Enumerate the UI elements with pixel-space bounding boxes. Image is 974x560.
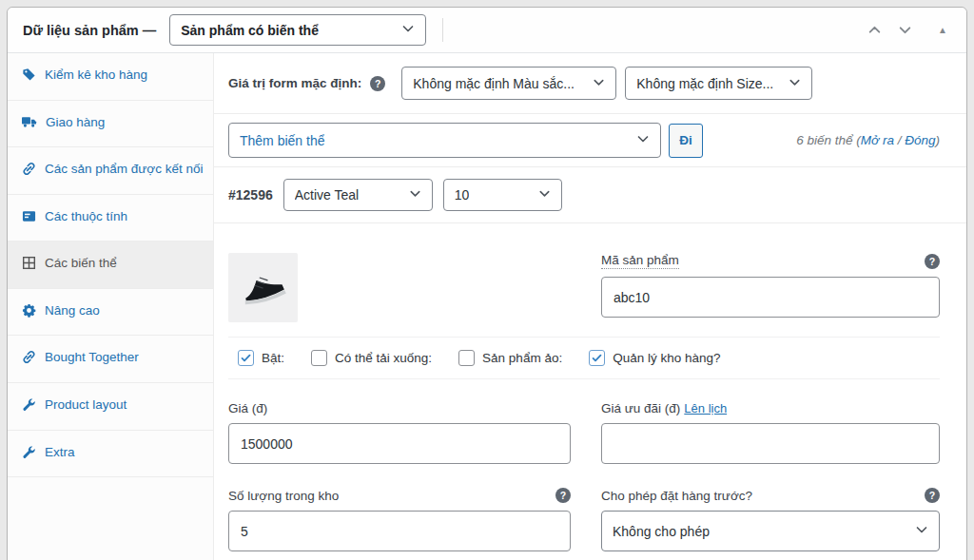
enabled-checkbox-group[interactable]: Bật:: [238, 350, 284, 366]
variations-panel: Giá trị form mặc định: ? Không mặc định …: [214, 53, 966, 560]
product-data-panel: Dữ liệu sản phẩm — Sản phẩm có biến thể …: [7, 7, 967, 560]
gear-icon: [22, 303, 36, 323]
chevron-down-icon: [592, 75, 606, 92]
schedule-link[interactable]: Lên lịch: [684, 401, 727, 415]
variation-color-select[interactable]: Active Teal: [283, 179, 433, 211]
virtual-label: Sản phẩm ảo:: [482, 351, 562, 365]
variation-size-select[interactable]: 10: [443, 179, 562, 211]
sidebar-item-variations[interactable]: Các biến thể: [8, 241, 213, 289]
variation-count-suffix: ): [936, 133, 941, 147]
variation-count-prefix: 6 biến thể (: [796, 133, 861, 147]
product-type-select-value: Sản phẩm có biến thể: [181, 23, 319, 38]
stock-quantity-label: Số lượng trong kho: [228, 489, 339, 503]
sidebar-item-label: Các sản phẩm được kết nối: [45, 160, 203, 179]
manage-stock-checkbox[interactable]: [589, 350, 605, 366]
price-field: Giá (đ): [228, 401, 571, 464]
variation-image-upload[interactable]: [228, 253, 298, 322]
grid-icon: [22, 256, 36, 276]
panel-header: Dữ liệu sản phẩm — Sản phẩm có biến thể …: [8, 8, 966, 53]
sidebar-item-label: Extra: [45, 443, 75, 462]
header-actions: ▲: [864, 20, 953, 41]
sidebar-item-attributes[interactable]: Các thuộc tính: [8, 195, 213, 242]
downloadable-checkbox[interactable]: [311, 350, 327, 366]
product-type-select[interactable]: Sản phẩm có biến thể: [169, 14, 426, 46]
variation-header-row: #12596 Active Teal 10: [214, 167, 966, 223]
chevron-down-icon: [400, 21, 416, 39]
expand-link[interactable]: Mở ra: [861, 133, 894, 147]
manage-stock-checkbox-group[interactable]: Quản lý kho hàng?: [589, 350, 720, 366]
link-icon: [22, 350, 36, 370]
sidebar-item-label: Các thuộc tính: [45, 207, 127, 226]
variation-top-row: Mã sản phẩm ?: [228, 223, 940, 322]
default-size-select[interactable]: Không mặc định Size...: [625, 67, 812, 100]
variation-options-row: Bật: Có thể tải xuống: Sản phẩm ảo:: [228, 337, 940, 379]
sidebar-item-extra[interactable]: Extra: [8, 431, 213, 478]
sku-field: Mã sản phẩm ?: [601, 253, 940, 318]
backorders-field: Cho phép đặt hàng trước? ? Không cho phé…: [601, 488, 940, 551]
sidebar-item-bought-together[interactable]: Bought Together: [8, 336, 213, 383]
variation-color-select-value: Active Teal: [295, 187, 359, 203]
help-icon[interactable]: ?: [925, 488, 940, 503]
close-link[interactable]: Đóng: [905, 133, 935, 147]
chevron-down-icon: [635, 131, 651, 149]
truck-icon: [22, 115, 37, 135]
help-icon[interactable]: ?: [925, 254, 940, 269]
link-icon: [22, 162, 36, 182]
backorders-select-value: Không cho phép: [613, 524, 710, 539]
chevron-down-icon: [788, 75, 802, 92]
default-form-values-label: Giá trị form mặc định:: [228, 76, 361, 90]
sale-price-label: Giá ưu đãi (đ): [601, 401, 680, 415]
chevron-down-icon: [537, 186, 552, 203]
help-icon[interactable]: ?: [555, 488, 571, 503]
stock-quantity-field: Số lượng trong kho ?: [228, 488, 571, 551]
variation-count-separator: /: [894, 133, 905, 147]
wrench-icon: [22, 445, 36, 465]
help-icon[interactable]: ?: [370, 76, 385, 91]
sidebar-item-label: Bought Together: [45, 348, 139, 367]
sku-input[interactable]: [601, 277, 940, 318]
sidebar-item-linked-products[interactable]: Các sản phẩm được kết nối: [8, 147, 213, 195]
stock-quantity-input[interactable]: [228, 511, 571, 551]
backorders-select[interactable]: Không cho phép: [601, 511, 940, 551]
tag-icon: [22, 68, 36, 87]
sale-price-input[interactable]: [601, 423, 940, 464]
price-input[interactable]: [228, 423, 571, 464]
chevron-down-icon: [408, 186, 422, 203]
virtual-checkbox[interactable]: [458, 350, 475, 366]
variation-action-select-value: Thêm biến thể: [240, 133, 325, 148]
sku-label: Mã sản phẩm: [601, 253, 679, 269]
sidebar-item-advanced[interactable]: Nâng cao: [8, 289, 213, 337]
chevron-down-icon: [914, 522, 929, 540]
default-color-select[interactable]: Không mặc định Màu sắc...: [401, 67, 616, 100]
sidebar-item-shipping[interactable]: Giao hàng: [8, 101, 213, 148]
collapse-panel-icon[interactable]: ▲: [932, 20, 953, 41]
enabled-checkbox[interactable]: [238, 350, 254, 366]
variation-count: 6 biến thể (Mở ra / Đóng): [796, 133, 940, 147]
variation-action-select[interactable]: Thêm biến thể: [228, 123, 661, 158]
header-divider: [442, 18, 443, 42]
manage-stock-label: Quản lý kho hàng?: [613, 351, 720, 365]
backorders-label: Cho phép đặt hàng trước?: [601, 489, 752, 503]
wrench-icon: [22, 397, 36, 417]
move-up-icon[interactable]: [864, 20, 885, 41]
sidebar-item-label: Kiểm kê kho hàng: [45, 66, 147, 85]
sidebar-item-label: Giao hàng: [46, 113, 105, 132]
downloadable-label: Có thể tải xuống:: [335, 351, 432, 365]
go-button[interactable]: Đi: [669, 124, 703, 158]
sidebar-item-label: Product layout: [45, 396, 127, 415]
product-data-tabs: Kiểm kê kho hàng Giao hàng Các sản phẩm …: [8, 53, 214, 560]
variation-size-select-value: 10: [455, 187, 470, 203]
panel-title: Dữ liệu sản phẩm —: [23, 23, 156, 38]
virtual-checkbox-group[interactable]: Sản phẩm ảo:: [458, 350, 562, 366]
default-form-values-row: Giá trị form mặc định: ? Không mặc định …: [214, 53, 966, 114]
attributes-icon: [22, 209, 36, 229]
sneaker-image: [234, 257, 293, 319]
panel-body: Kiểm kê kho hàng Giao hàng Các sản phẩm …: [8, 53, 966, 560]
sidebar-item-inventory[interactable]: Kiểm kê kho hàng: [8, 53, 213, 101]
enabled-label: Bật:: [262, 351, 284, 365]
sidebar-item-product-layout[interactable]: Product layout: [8, 383, 213, 431]
price-label: Giá (đ): [228, 401, 267, 415]
default-color-select-value: Không mặc định Màu sắc...: [413, 76, 575, 91]
downloadable-checkbox-group[interactable]: Có thể tải xuống:: [311, 350, 432, 366]
move-down-icon[interactable]: [894, 20, 915, 41]
